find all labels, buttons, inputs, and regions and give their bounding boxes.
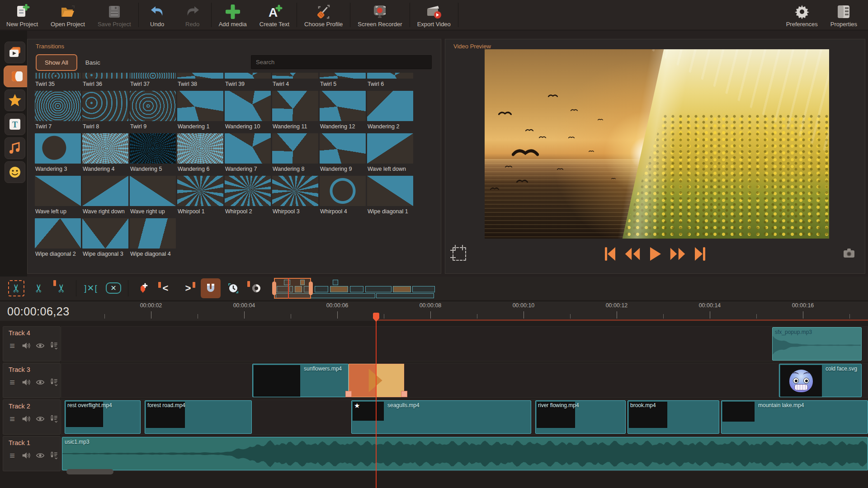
track-menu-icon[interactable]: ≡	[8, 451, 17, 460]
transition-item[interactable]: Whirpool 1	[177, 176, 224, 216]
clip-usic1-mp3[interactable]: usic1.mp3	[62, 437, 868, 470]
transition-item[interactable]: Whirpool 3	[272, 176, 319, 216]
new-project-button[interactable]: New Project	[0, 0, 44, 30]
sidebar-tab-transitions[interactable]	[4, 66, 31, 87]
open-project-button[interactable]: Open Project	[44, 0, 91, 30]
track-menu-icon[interactable]: ≡	[8, 341, 17, 350]
transition-item[interactable]: Whirpool 2	[225, 176, 271, 216]
filter-basic-button[interactable]: Basic	[77, 55, 108, 70]
slice-keep-left-button[interactable]: ✂	[52, 278, 71, 298]
transition-item[interactable]: Wave left up	[35, 176, 81, 216]
jump-start-button[interactable]	[602, 244, 618, 263]
transition-item[interactable]: Twirl 36	[82, 73, 129, 88]
effects-mixer-icon[interactable]	[50, 451, 59, 460]
choose-profile-button[interactable]: Choose Profile	[298, 0, 349, 30]
rewind-button[interactable]	[624, 244, 641, 263]
slice-brackets-button[interactable]: ]✕[	[81, 278, 101, 298]
visibility-icon[interactable]	[36, 341, 45, 350]
volume-icon[interactable]	[22, 414, 31, 423]
transition-item[interactable]: Wave left down	[367, 133, 414, 173]
transition-item[interactable]: Wipe diagonal 1	[367, 176, 414, 216]
track-menu-icon[interactable]: ≡	[8, 414, 17, 423]
clip-river-flowing-mp4[interactable]: river flowing.mp4	[535, 400, 626, 434]
visibility-icon[interactable]	[36, 451, 45, 460]
remove-clip-button[interactable]: ✕	[104, 278, 123, 298]
sidebar-tab-audio[interactable]	[5, 137, 25, 159]
search-input[interactable]	[251, 55, 432, 69]
clip-rest-overflight-mp4[interactable]: rest overflight.mp4	[65, 400, 141, 434]
track-header[interactable]: Track 3≡	[3, 363, 61, 398]
volume-icon[interactable]	[22, 451, 31, 460]
transition-item[interactable]: Wave right down	[82, 176, 129, 216]
scrubber-handle-left[interactable]	[272, 282, 276, 295]
export-video-button[interactable]: Export Video	[411, 0, 457, 30]
transition-item[interactable]: Wandering 6	[177, 133, 224, 173]
redo-button[interactable]: Redo	[175, 0, 210, 30]
timeline-ruler[interactable]: 00:00:06,23 00:00:0200:00:0400:00:0600:0…	[0, 301, 868, 321]
clip-mountain-lake-mp4[interactable]: mountain lake.mp4	[721, 400, 868, 434]
save-project-button[interactable]: Save Project	[91, 0, 137, 30]
play-button[interactable]	[647, 244, 663, 263]
transition-item[interactable]: Twirl 9	[130, 91, 176, 131]
razor-tool-button[interactable]: ✂	[6, 278, 26, 298]
transition-item[interactable]: Twirl 5	[320, 73, 366, 88]
previous-marker-button[interactable]: <	[156, 278, 175, 298]
transition-item[interactable]: Twirl 37	[130, 73, 176, 88]
visibility-icon[interactable]	[36, 378, 45, 387]
scrollbar-thumb[interactable]	[66, 469, 113, 474]
undo-button[interactable]: Undo	[140, 0, 175, 30]
create-text-button[interactable]: ACreate Text	[253, 0, 296, 30]
clip-seagulls-mp4[interactable]: ★seagulls.mp4	[351, 400, 531, 434]
timeline-horizontal-scrollbar[interactable]	[61, 469, 863, 474]
transition-item[interactable]: Twirl 6	[367, 73, 414, 88]
visibility-icon[interactable]	[36, 414, 45, 423]
track-header[interactable]: Track 4≡	[3, 326, 61, 361]
sidebar-tab-project-files[interactable]	[5, 42, 25, 63]
transition-item[interactable]: Wave right up	[130, 176, 176, 216]
transition-item[interactable]: Wandering 12	[320, 91, 366, 131]
razor-preview-button[interactable]	[246, 278, 266, 298]
clip-forest-road-mp4[interactable]: forest road.mp4	[145, 400, 252, 434]
capture-image-icon[interactable]	[843, 248, 855, 260]
clip-brook-mp4[interactable]: brook.mp4	[627, 400, 719, 434]
slice-keep-both-button[interactable]: ✂	[29, 278, 49, 298]
jump-end-button[interactable]	[692, 244, 708, 263]
transition-item[interactable]: Whirpool 4	[320, 176, 366, 216]
transition-item[interactable]: Twirl 39	[225, 73, 271, 88]
track-lane[interactable]	[61, 363, 868, 398]
add-marker-button[interactable]	[133, 278, 153, 298]
next-marker-button[interactable]: >	[178, 278, 198, 298]
center-playhead-button[interactable]	[223, 278, 243, 298]
sidebar-tab-emoji[interactable]	[5, 161, 25, 183]
transition-item[interactable]: Wandering 4	[82, 133, 129, 173]
sidebar-tab-effects[interactable]	[5, 89, 25, 111]
transition-item[interactable]: Wandering 10	[225, 91, 271, 131]
track-header[interactable]: Track 2≡	[3, 399, 61, 435]
effects-mixer-icon[interactable]	[50, 341, 59, 350]
transition-item[interactable]: Wandering 1	[177, 91, 224, 131]
effects-mixer-icon[interactable]	[50, 378, 59, 387]
selection-handle[interactable]	[401, 391, 407, 397]
clip-cold-face-svg[interactable]: cold face.svg	[779, 364, 862, 397]
transition-item[interactable]: Twirl 38	[177, 73, 224, 88]
add-media-button[interactable]: Add media	[212, 0, 253, 30]
transition-item[interactable]: Wandering 5	[130, 133, 176, 173]
transition-item[interactable]: Wipe diagonal 4	[130, 218, 176, 258]
effects-mixer-icon[interactable]	[50, 414, 59, 423]
scrubber-view-range[interactable]	[274, 278, 311, 299]
clip-sfx-popup-mp3[interactable]: sfx_popup.mp3	[772, 327, 862, 361]
selection-handle[interactable]	[345, 391, 352, 397]
transition-item[interactable]: Twirl 4	[272, 73, 319, 88]
snapping-toggle-button[interactable]	[201, 278, 221, 298]
track-menu-icon[interactable]: ≡	[8, 378, 17, 387]
transition-item[interactable]: Wandering 9	[320, 133, 366, 173]
clip-sunflowers-mp4[interactable]: sunflowers.mp4	[252, 364, 349, 397]
transition-item[interactable]: Wandering 7	[225, 133, 271, 173]
fast-forward-button[interactable]	[670, 244, 686, 263]
volume-icon[interactable]	[22, 341, 31, 350]
transition-item[interactable]: Wipe diagonal 2	[35, 218, 81, 258]
transition-item[interactable]: Twirl 35	[35, 73, 81, 88]
transition-item[interactable]: Wandering 3	[35, 133, 81, 173]
transition-item[interactable]: Wandering 11	[272, 91, 319, 131]
properties-button[interactable]: Properties	[824, 0, 863, 30]
